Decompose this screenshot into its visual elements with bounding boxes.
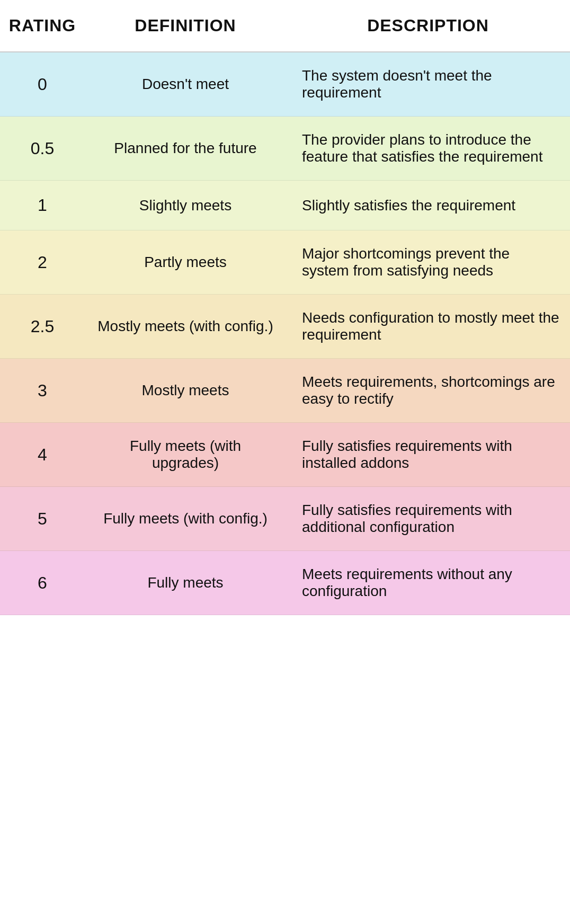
- ratings-table: RATING DEFINITION DESCRIPTION 0Doesn't m…: [0, 0, 570, 615]
- cell-rating: 3: [0, 359, 85, 422]
- cell-description: The system doesn't meet the requirement: [286, 52, 570, 116]
- cell-description: Fully satisfies requirements with additi…: [286, 487, 570, 550]
- cell-description: Meets requirements, shortcomings are eas…: [286, 359, 570, 422]
- table-header: RATING DEFINITION DESCRIPTION: [0, 0, 570, 52]
- cell-definition: Mostly meets: [85, 359, 286, 422]
- table-body: 0Doesn't meetThe system doesn't meet the…: [0, 52, 570, 615]
- cell-rating: 2: [0, 230, 85, 294]
- header-definition: DEFINITION: [85, 11, 286, 41]
- cell-definition: Doesn't meet: [85, 52, 286, 116]
- cell-description: Slightly satisfies the requirement: [286, 181, 570, 230]
- cell-description: Major shortcomings prevent the system fr…: [286, 230, 570, 294]
- cell-rating: 5: [0, 487, 85, 550]
- cell-rating: 2.5: [0, 295, 85, 358]
- cell-rating: 4: [0, 423, 85, 486]
- cell-definition: Slightly meets: [85, 181, 286, 230]
- table-row: 1Slightly meetsSlightly satisfies the re…: [0, 181, 570, 230]
- header-rating: RATING: [0, 11, 85, 41]
- table-row: 4Fully meets (with upgrades)Fully satisf…: [0, 423, 570, 487]
- cell-description: Fully satisfies requirements with instal…: [286, 423, 570, 486]
- table-row: 5Fully meets (with config.)Fully satisfi…: [0, 487, 570, 551]
- header-description: DESCRIPTION: [286, 11, 570, 41]
- cell-definition: Fully meets (with config.): [85, 487, 286, 550]
- table-row: 3Mostly meetsMeets requirements, shortco…: [0, 359, 570, 423]
- cell-definition: Partly meets: [85, 230, 286, 294]
- table-row: 6Fully meetsMeets requirements without a…: [0, 551, 570, 615]
- cell-description: Needs configuration to mostly meet the r…: [286, 295, 570, 358]
- cell-rating: 0: [0, 52, 85, 116]
- cell-rating: 6: [0, 551, 85, 615]
- table-row: 0Doesn't meetThe system doesn't meet the…: [0, 52, 570, 117]
- table-row: 2Partly meetsMajor shortcomings prevent …: [0, 230, 570, 295]
- table-row: 0.5Planned for the futureThe provider pl…: [0, 117, 570, 181]
- cell-description: The provider plans to introduce the feat…: [286, 117, 570, 180]
- cell-rating: 0.5: [0, 117, 85, 180]
- cell-definition: Planned for the future: [85, 117, 286, 180]
- cell-definition: Fully meets: [85, 551, 286, 615]
- cell-description: Meets requirements without any configura…: [286, 551, 570, 615]
- cell-rating: 1: [0, 181, 85, 230]
- cell-definition: Fully meets (with upgrades): [85, 423, 286, 486]
- table-row: 2.5Mostly meets (with config.)Needs conf…: [0, 295, 570, 359]
- cell-definition: Mostly meets (with config.): [85, 295, 286, 358]
